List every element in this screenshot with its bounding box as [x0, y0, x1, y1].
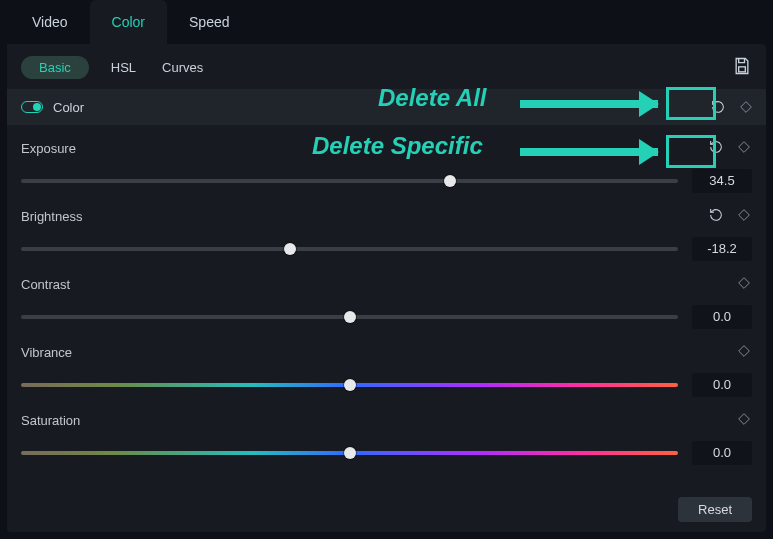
- subtab-basic[interactable]: Basic: [21, 56, 89, 79]
- contrast-slider[interactable]: [21, 315, 678, 319]
- exposure-keyframe-icon[interactable]: [736, 139, 752, 158]
- vibrance-slider-thumb[interactable]: [344, 379, 356, 391]
- saturation-slider-thumb[interactable]: [344, 447, 356, 459]
- exposure-label: Exposure: [21, 141, 76, 156]
- subtab-curves[interactable]: Curves: [158, 56, 207, 79]
- saturation-slider[interactable]: [21, 451, 678, 455]
- reset-all-icon[interactable]: [710, 99, 726, 115]
- section-title: Color: [53, 100, 84, 115]
- exposure-slider-thumb[interactable]: [444, 175, 456, 187]
- vibrance-slider[interactable]: [21, 383, 678, 387]
- exposure-property: Exposure34.5: [7, 125, 766, 193]
- keyframe-all-icon[interactable]: [738, 99, 754, 115]
- top-tabs: Video Color Speed: [0, 0, 773, 44]
- brightness-label: Brightness: [21, 209, 82, 224]
- contrast-slider-thumb[interactable]: [344, 311, 356, 323]
- brightness-slider[interactable]: [21, 247, 678, 251]
- vibrance-label: Vibrance: [21, 345, 72, 360]
- contrast-property: Contrast0.0: [7, 261, 766, 329]
- exposure-slider[interactable]: [21, 179, 678, 183]
- contrast-label: Contrast: [21, 277, 70, 292]
- color-section-header: Color: [7, 89, 766, 125]
- vibrance-property: Vibrance0.0: [7, 329, 766, 397]
- tab-speed[interactable]: Speed: [167, 0, 251, 44]
- contrast-value[interactable]: 0.0: [692, 305, 752, 329]
- contrast-keyframe-icon[interactable]: [736, 275, 752, 294]
- brightness-reset-icon[interactable]: [708, 207, 724, 226]
- saturation-keyframe-icon[interactable]: [736, 411, 752, 430]
- exposure-value[interactable]: 34.5: [692, 169, 752, 193]
- tab-color[interactable]: Color: [90, 0, 167, 44]
- exposure-reset-icon[interactable]: [708, 139, 724, 158]
- sub-tabs: Basic HSL Curves: [7, 56, 766, 89]
- color-panel: Basic HSL Curves Color Exposure34.5Brigh…: [7, 44, 766, 532]
- subtab-hsl[interactable]: HSL: [107, 56, 140, 79]
- saturation-property: Saturation0.0: [7, 397, 766, 465]
- svg-rect-0: [739, 67, 746, 72]
- tab-video[interactable]: Video: [10, 0, 90, 44]
- color-toggle[interactable]: [21, 101, 43, 113]
- vibrance-value[interactable]: 0.0: [692, 373, 752, 397]
- brightness-keyframe-icon[interactable]: [736, 207, 752, 226]
- brightness-property: Brightness-18.2: [7, 193, 766, 261]
- saturation-value[interactable]: 0.0: [692, 441, 752, 465]
- brightness-value[interactable]: -18.2: [692, 237, 752, 261]
- saturation-label: Saturation: [21, 413, 80, 428]
- save-preset-icon[interactable]: [732, 56, 752, 76]
- reset-button[interactable]: Reset: [678, 497, 752, 522]
- brightness-slider-thumb[interactable]: [284, 243, 296, 255]
- vibrance-keyframe-icon[interactable]: [736, 343, 752, 362]
